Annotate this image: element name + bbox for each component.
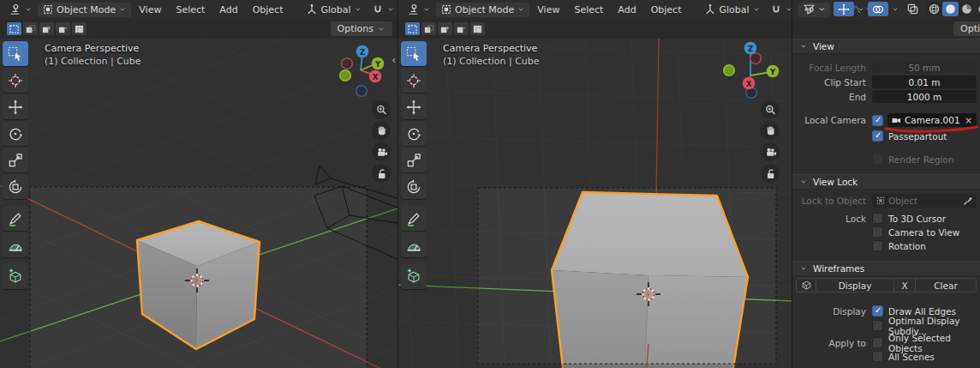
rotate-tool[interactable] xyxy=(401,121,427,146)
pan-button[interactable] xyxy=(372,121,391,140)
panel-header-wireframes[interactable]: Wireframes xyxy=(792,261,980,276)
clip-start-field[interactable]: 0.01 m xyxy=(872,75,977,88)
orientation-selector[interactable]: Global xyxy=(700,3,764,17)
chevron-down-icon[interactable] xyxy=(891,5,899,14)
camera-view-button[interactable] xyxy=(372,142,391,161)
panel-header-view[interactable]: View xyxy=(792,39,980,54)
viewport-divider[interactable] xyxy=(397,0,398,368)
navigation-gizmo[interactable]: Z Y X xyxy=(331,39,391,100)
camera-to-view-checkbox[interactable] xyxy=(872,226,883,238)
menu-view[interactable]: View xyxy=(530,3,566,17)
select-mode-invert[interactable] xyxy=(56,22,70,35)
scale-tool[interactable] xyxy=(3,148,28,172)
xray-toggle[interactable] xyxy=(902,2,923,16)
snap-toggle[interactable] xyxy=(766,3,798,17)
axis-negative-y-ball[interactable] xyxy=(724,65,735,76)
navigation-gizmo[interactable]: Z Y X xyxy=(720,40,780,100)
select-box-tool[interactable] xyxy=(401,41,427,66)
camera-object-field[interactable]: Camera.001 × xyxy=(887,113,977,127)
lock-to-object-label: Lock to Object xyxy=(792,196,872,206)
select-mode-intersect[interactable] xyxy=(470,22,485,35)
annotate-tool[interactable] xyxy=(401,206,427,231)
select-mode-intersect[interactable] xyxy=(72,22,87,35)
menu-select[interactable]: Select xyxy=(169,3,212,17)
camera-view-button[interactable] xyxy=(761,142,780,161)
render-region-checkbox[interactable] xyxy=(872,154,883,165)
select-mode-extend[interactable] xyxy=(23,22,38,35)
options-dropdown[interactable]: Options xyxy=(953,21,980,36)
overlays-toggle[interactable] xyxy=(868,2,888,16)
pan-button[interactable] xyxy=(761,121,780,140)
focal-length-field[interactable]: 50 mm xyxy=(872,61,977,74)
orientation-selector[interactable]: Global xyxy=(302,3,366,17)
optimal-display-checkbox[interactable] xyxy=(872,320,883,331)
lock-object-field[interactable]: Object xyxy=(872,194,977,208)
snap-toggle[interactable] xyxy=(368,3,399,17)
mode-selector[interactable]: Object Mode xyxy=(38,3,131,17)
axis-negative-x-ball[interactable] xyxy=(750,53,762,64)
editor-type-button[interactable] xyxy=(403,3,435,17)
local-camera-checkbox[interactable] xyxy=(872,115,883,126)
filter-visibility-dropdown[interactable] xyxy=(798,2,831,16)
menu-view[interactable]: View xyxy=(132,3,168,17)
menu-add[interactable]: Add xyxy=(212,3,244,17)
annotate-tool[interactable] xyxy=(3,206,28,231)
passepartout-checkbox[interactable] xyxy=(872,130,883,142)
add-cube-tool[interactable] xyxy=(401,264,427,289)
axis-negative-y-ball[interactable] xyxy=(340,70,351,81)
menu-object[interactable]: Object xyxy=(644,3,689,17)
all-scenes-checkbox[interactable] xyxy=(872,351,883,362)
select-mode-set[interactable] xyxy=(7,22,21,35)
cursor-tool[interactable] xyxy=(3,68,28,93)
select-mode-set[interactable] xyxy=(405,22,420,35)
mode-selector[interactable]: Object Mode xyxy=(436,3,529,17)
gizmo-toggle[interactable] xyxy=(834,2,854,16)
rotate-tool[interactable] xyxy=(3,121,28,146)
clear-camera-button[interactable]: × xyxy=(965,115,972,125)
wireframe-cube-button[interactable] xyxy=(797,279,816,292)
move-tool[interactable] xyxy=(3,94,28,119)
panel-header-view-lock[interactable]: View Lock xyxy=(792,174,980,190)
add-cube-tool[interactable] xyxy=(3,264,28,289)
shading-material-button[interactable] xyxy=(959,2,975,16)
wireframes-clear-button[interactable]: Clear xyxy=(916,279,976,292)
menu-object[interactable]: Object xyxy=(246,3,290,17)
measure-tool[interactable] xyxy=(3,232,28,257)
menu-select[interactable]: Select xyxy=(567,3,610,17)
select-mode-subtract[interactable] xyxy=(438,22,452,35)
zoom-button[interactable] xyxy=(761,100,780,119)
sidebar-collapse-arrow[interactable]: ‹ xyxy=(391,54,396,66)
scale-tool[interactable] xyxy=(401,148,427,172)
transform-tool[interactable] xyxy=(401,174,427,199)
only-selected-checkbox[interactable] xyxy=(872,337,883,348)
shading-solid-button[interactable] xyxy=(942,2,959,16)
wireframes-x-button[interactable]: X xyxy=(894,279,916,292)
clip-end-field[interactable]: 1000 m xyxy=(872,90,977,103)
viewport-left[interactable]: Camera Perspective (1) Collection | Cube… xyxy=(0,39,397,368)
select-mode-subtract[interactable] xyxy=(39,22,54,35)
cube-object[interactable] xyxy=(552,192,748,368)
zoom-button[interactable] xyxy=(372,100,391,119)
select-box-tool[interactable] xyxy=(3,41,28,66)
cursor-tool[interactable] xyxy=(401,68,427,93)
view-lock-button[interactable] xyxy=(372,164,391,183)
editor-type-button[interactable] xyxy=(4,3,37,17)
select-mode-extend[interactable] xyxy=(421,22,436,35)
chevron-down-icon[interactable] xyxy=(857,5,865,14)
axis-negative-z-ball[interactable] xyxy=(356,86,368,97)
transform-tool[interactable] xyxy=(3,174,28,199)
axis-negative-x-ball[interactable] xyxy=(342,58,353,69)
to-3d-cursor-checkbox[interactable] xyxy=(872,213,883,224)
move-tool[interactable] xyxy=(401,94,427,119)
shading-rendered-button[interactable] xyxy=(975,2,980,16)
menu-add[interactable]: Add xyxy=(611,3,642,17)
rotation-checkbox[interactable] xyxy=(872,240,883,251)
shading-wireframe-button[interactable] xyxy=(926,2,942,16)
eyedropper-icon[interactable] xyxy=(963,196,972,206)
measure-tool[interactable] xyxy=(401,232,427,257)
wireframes-display-button[interactable]: Display xyxy=(816,279,894,292)
viewport-right[interactable]: Camera Perspective (1) Collection | Cube… xyxy=(398,39,792,368)
options-dropdown[interactable]: Options xyxy=(331,21,392,36)
select-mode-invert[interactable] xyxy=(454,22,469,35)
view-lock-button[interactable] xyxy=(761,164,780,183)
